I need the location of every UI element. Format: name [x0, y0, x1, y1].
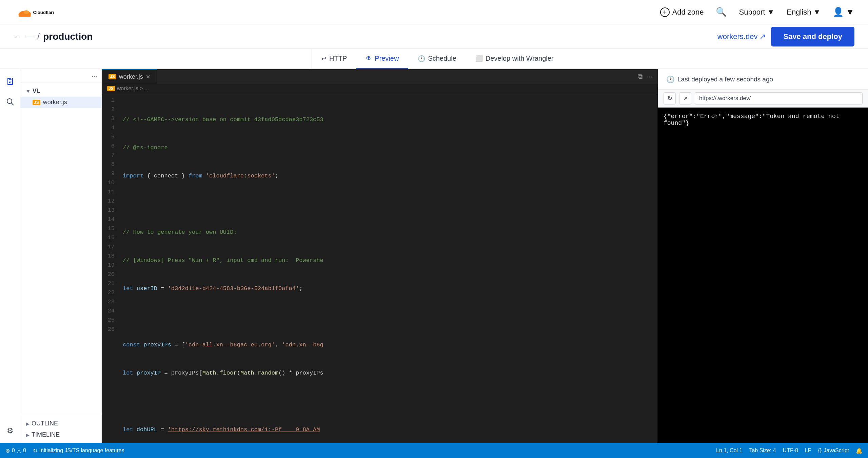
statusbar-position[interactable]: Ln 1, Col 1	[716, 447, 742, 454]
statusbar-language-mode[interactable]: {} JavaScript	[818, 447, 849, 454]
sidebar-settings-button[interactable]: ⚙	[3, 424, 17, 438]
svg-rect-10	[12, 78, 13, 85]
support-chevron-icon: ▼	[767, 8, 775, 17]
statusbar-encoding[interactable]: UTF-8	[783, 447, 798, 454]
tab-preview-label: Preview	[375, 55, 399, 62]
file-label: worker.js	[43, 99, 67, 106]
preview-bar: ↻ ↗	[658, 90, 868, 108]
tree-file-worker-js[interactable]: JS worker.js	[20, 97, 101, 108]
tab-close-button[interactable]: ✕	[146, 74, 150, 80]
breadcrumb-separator: /	[37, 31, 40, 42]
encoding-text: UTF-8	[783, 447, 798, 454]
tab-schedule[interactable]: 🕐 Schedule	[408, 49, 466, 69]
tab-filename: worker.js	[119, 73, 143, 80]
save-deploy-button[interactable]: Save and deploy	[771, 27, 854, 46]
statusbar-tab-size[interactable]: Tab Size: 4	[749, 447, 776, 454]
logo-area[interactable]: Cloudflare	[14, 5, 54, 20]
editor-area: JS worker.js ✕ ⧉ ··· JS worker.js > ... …	[102, 69, 658, 443]
add-zone-button[interactable]: + Add zone	[660, 7, 704, 17]
error-count: 0	[12, 447, 15, 454]
main-layout: ⚙ ··· ▼ VL JS worker.js ▶ OUTLINE ▶ TIME…	[0, 69, 868, 443]
folder-label: VL	[33, 88, 40, 95]
support-button[interactable]: Support ▼	[739, 8, 774, 17]
user-chevron-icon: ▼	[846, 7, 854, 17]
editor-tab-actions: ⧉ ···	[632, 73, 658, 80]
more-actions-icon[interactable]: ···	[647, 73, 652, 80]
schedule-icon: 🕐	[418, 55, 425, 62]
topnav-actions: + Add zone 🔍 Support ▼ English ▼ 👤 ▼	[660, 7, 854, 17]
http-icon: ↩	[321, 55, 327, 62]
tab-http-label: HTTP	[329, 55, 347, 62]
sidebar-search-button[interactable]	[3, 95, 17, 109]
breadcrumb-js-badge: JS	[107, 86, 115, 91]
user-icon: 👤	[833, 7, 844, 17]
language-button[interactable]: English ▼	[787, 8, 821, 17]
right-panel: 🕐 Last deployed a few seconds ago ↻ ↗ {"…	[658, 69, 868, 443]
tab-js-badge: JS	[108, 74, 116, 79]
editor-tabs: JS worker.js ✕ ⧉ ···	[102, 69, 658, 84]
svg-point-5	[24, 10, 29, 14]
editor-tab-worker-js[interactable]: JS worker.js ✕	[102, 69, 157, 84]
tab-develop-wrangler[interactable]: ⬜ Develop with Wrangler	[466, 49, 563, 69]
feedback-icon: 🔔	[856, 447, 863, 454]
preview-url-input[interactable]	[695, 92, 863, 104]
code-editor[interactable]: 12345 678910 1112131415 1617181920 21222…	[102, 93, 658, 443]
sync-icon: ↻	[33, 447, 37, 454]
js-badge: JS	[33, 100, 40, 105]
user-menu-button[interactable]: 👤 ▼	[833, 7, 854, 17]
outline-chevron-icon: ▶	[26, 421, 29, 426]
preview-output: {"error":"Error","message":"Token and re…	[658, 108, 868, 443]
tab-preview[interactable]: 👁 Preview	[356, 49, 408, 69]
support-label: Support	[739, 8, 765, 17]
cursor-position: Ln 1, Col 1	[716, 447, 742, 454]
error-icon: ⊗	[5, 447, 10, 454]
statusbar-feedback[interactable]: 🔔	[856, 447, 863, 454]
svg-rect-8	[7, 78, 8, 85]
back-icon[interactable]: ←	[14, 32, 22, 41]
plus-icon: +	[660, 7, 670, 17]
files-icon	[6, 77, 14, 85]
search-icon[interactable]: 🔍	[716, 7, 727, 17]
error-response-text: {"error":"Error","message":"Token and re…	[664, 113, 839, 127]
statusbar-line-ending[interactable]: LF	[805, 447, 811, 454]
file-tree-menu-button[interactable]: ···	[92, 72, 97, 80]
sidebar-bottom-icons: ⚙	[3, 424, 17, 443]
timeline-chevron-icon: ▶	[26, 432, 29, 438]
timeline-toggle[interactable]: ▶ TIMELINE	[26, 429, 96, 440]
warning-icon: △	[17, 447, 21, 454]
statusbar: ⊗ 0 △ 0 ↻ Initializing JS/TS language fe…	[0, 443, 868, 458]
open-external-button[interactable]: ↗	[679, 92, 691, 104]
deploy-status: 🕐 Last deployed a few seconds ago	[666, 75, 773, 83]
top-navigation: Cloudflare + Add zone 🔍 Support ▼ Englis…	[0, 0, 868, 24]
dash-icon: —	[25, 31, 34, 42]
svg-rect-4	[19, 14, 31, 16]
preview-icon: 👁	[366, 55, 372, 62]
folder-chevron-icon: ▼	[26, 89, 31, 94]
line-ending-text: LF	[805, 447, 811, 454]
right-panel-topbar: 🕐 Last deployed a few seconds ago	[658, 69, 868, 90]
curly-icon: {}	[818, 447, 822, 454]
split-editor-icon[interactable]: ⧉	[638, 73, 643, 80]
warning-count: 0	[23, 447, 26, 454]
tab-http[interactable]: ↩ HTTP	[312, 49, 356, 69]
workers-dev-text: workers.dev	[717, 32, 758, 41]
file-tree: ··· ▼ VL JS worker.js ▶ OUTLINE ▶ TIMELI…	[20, 69, 102, 443]
timeline-label: TIMELINE	[32, 431, 60, 438]
language-label: English	[787, 8, 811, 17]
tree-folder-vl[interactable]: ▼ VL	[20, 85, 101, 97]
workers-dev-link[interactable]: workers.dev ↗	[717, 32, 766, 41]
code-content[interactable]: // <!--GAMFC-->version base on commit 43…	[119, 93, 658, 443]
svg-rect-11	[9, 79, 12, 80]
svg-point-14	[7, 99, 12, 103]
refresh-button[interactable]: ↻	[664, 92, 676, 104]
statusbar-errors[interactable]: ⊗ 0 △ 0	[5, 447, 26, 454]
breadcrumb: ← — / production	[14, 31, 93, 42]
language-mode-text: JavaScript	[824, 447, 849, 454]
outline-toggle[interactable]: ▶ OUTLINE	[26, 418, 96, 429]
sidebar-files-button[interactable]	[3, 75, 17, 88]
svg-text:Cloudflare: Cloudflare	[33, 10, 54, 15]
language-chevron-icon: ▼	[813, 8, 821, 17]
terminal-icon: ⬜	[475, 55, 483, 62]
file-tree-header: ···	[20, 69, 101, 83]
outline-label: OUTLINE	[32, 420, 58, 427]
